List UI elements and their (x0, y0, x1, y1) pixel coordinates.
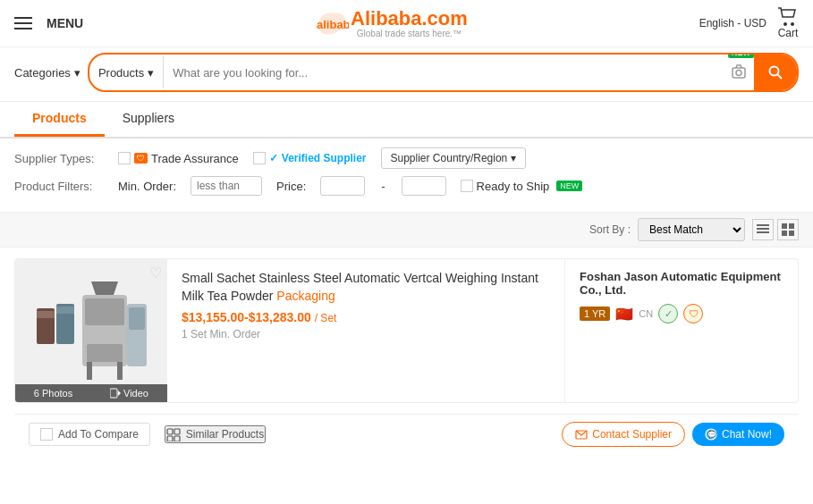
tab-suppliers[interactable]: Suppliers (105, 102, 192, 137)
grid-view-icon[interactable] (777, 219, 799, 240)
trade-assurance-label: Trade Assurance (151, 152, 239, 165)
header: MENU alibaba Alibaba.com Global trade st… (0, 0, 813, 47)
video-button[interactable]: Video (91, 384, 167, 402)
years-badge: 1 YR (580, 307, 610, 321)
similar-products-button[interactable]: Similar Products (165, 425, 266, 443)
svg-rect-9 (757, 231, 769, 233)
svg-rect-7 (757, 224, 769, 226)
compare-checkbox[interactable] (40, 428, 53, 441)
product-price: $13,155.00-$13,283.00 / Set (182, 310, 550, 324)
search-button[interactable] (754, 55, 797, 90)
email-icon (575, 429, 588, 440)
header-right: English - USD Cart (699, 7, 799, 39)
trade-assurance-badge: 🛡 (134, 153, 148, 164)
chat-icon: 💬 (705, 428, 717, 441)
cn-label: CN (639, 308, 653, 319)
cart-button[interactable]: Cart (777, 7, 799, 39)
video-icon (110, 388, 121, 399)
language-currency-button[interactable]: English - USD (699, 17, 766, 29)
supplier-types-label: Supplier Types: (14, 152, 104, 165)
svg-rect-8 (757, 228, 769, 230)
cn-flag-icon: 🇨🇳 (615, 306, 633, 323)
search-type-chevron-icon: ▾ (148, 66, 154, 80)
verified-supplier-filter[interactable]: ✓ Verified Supplier (253, 152, 367, 164)
trade-assurance-checkbox[interactable] (118, 152, 131, 164)
min-order-input[interactable] (191, 176, 262, 196)
list-view-icon[interactable] (752, 219, 774, 240)
verified-badge-icon: ✓ (658, 304, 678, 323)
product-card: ♡ 6 Photos Video Small Sachet Stainless … (14, 258, 799, 403)
product-title[interactable]: Small Sachet Stainless Steel Automatic V… (182, 270, 550, 305)
sort-by-label: Sort By : (589, 223, 631, 236)
product-image-wrap: ♡ 6 Photos Video (15, 259, 167, 402)
product-list: ♡ 6 Photos Video Small Sachet Stainless … (0, 248, 813, 465)
svg-text:💬: 💬 (707, 430, 716, 439)
trade-assurance-badge-icon: 🛡 (683, 304, 703, 323)
alibaba-logo-icon: alibaba (315, 9, 349, 38)
supplier-badges: 1 YR 🇨🇳 CN ✓ 🛡 (580, 304, 783, 323)
ready-to-ship-checkbox[interactable] (461, 180, 473, 192)
svg-line-6 (778, 75, 783, 80)
price-max-input[interactable] (402, 176, 446, 196)
menu-button[interactable]: MENU (14, 16, 83, 30)
price-min-input[interactable] (320, 176, 365, 196)
photos-button[interactable]: 6 Photos (15, 384, 91, 402)
svg-point-2 (791, 22, 794, 26)
svg-rect-21 (87, 344, 123, 362)
product-title-highlight: Packaging (276, 289, 335, 303)
categories-button[interactable]: Categories ▾ (14, 66, 80, 80)
tabs-row: Products Suppliers (0, 102, 813, 139)
svg-rect-3 (733, 68, 745, 78)
photo-video-bar: 6 Photos Video (15, 384, 167, 402)
country-region-dropdown[interactable]: Supplier Country/Region ▾ (381, 147, 527, 169)
country-chevron-icon: ▾ (511, 152, 516, 164)
svg-rect-10 (782, 223, 787, 229)
svg-rect-17 (56, 307, 74, 314)
svg-point-4 (736, 70, 741, 75)
country-region-label: Supplier Country/Region (391, 152, 508, 164)
search-bar-row: Categories ▾ NEW Products ▾ (0, 47, 813, 102)
price-dash: - (379, 180, 386, 193)
supplier-name[interactable]: Foshan Jason Automatic Equipment Co., Lt… (580, 270, 783, 297)
sort-select[interactable]: Best Match Latest Most Orders Best Revie… (638, 218, 745, 241)
hamburger-icon (14, 17, 32, 29)
tab-products[interactable]: Products (14, 102, 105, 137)
camera-icon[interactable] (724, 64, 754, 81)
ready-badge: NEW (556, 181, 582, 191)
supplier-types-row: Supplier Types: 🛡 Trade Assurance ✓ Veri… (14, 147, 799, 169)
search-input[interactable] (164, 56, 724, 88)
svg-point-5 (770, 67, 779, 76)
svg-rect-26 (110, 389, 117, 398)
search-type-dropdown[interactable]: Products ▾ (89, 56, 164, 88)
categories-chevron-icon: ▾ (74, 66, 80, 80)
svg-rect-25 (129, 307, 145, 330)
svg-rect-11 (789, 223, 794, 229)
chat-now-button[interactable]: 💬 Chat Now! (692, 423, 784, 446)
verified-supplier-checkbox[interactable] (253, 152, 266, 164)
svg-rect-12 (782, 231, 787, 236)
menu-label: MENU (47, 16, 83, 30)
view-icons (752, 219, 799, 240)
svg-point-1 (783, 22, 787, 26)
product-image[interactable] (15, 259, 167, 402)
svg-rect-23 (117, 362, 123, 380)
svg-rect-30 (167, 436, 173, 441)
logo-area: alibaba Alibaba.com Global trade starts … (83, 9, 699, 38)
search-icon (767, 64, 783, 80)
logo-sub: Global trade starts here.™ (351, 29, 468, 38)
svg-rect-29 (174, 429, 180, 434)
similar-icon (166, 427, 181, 441)
product-filters-label: Product Filters: (14, 180, 104, 193)
wishlist-icon[interactable]: ♡ (149, 265, 162, 281)
ready-to-ship-filter[interactable]: Ready to Ship NEW (461, 180, 583, 193)
trade-assurance-filter[interactable]: 🛡 Trade Assurance (118, 152, 239, 165)
add-to-compare-button[interactable]: Add To Compare (29, 423, 150, 446)
svg-marker-27 (118, 391, 121, 396)
product-moq: 1 Set Min. Order (182, 328, 550, 340)
svg-rect-19 (85, 298, 124, 325)
svg-rect-22 (87, 362, 92, 380)
contact-supplier-button[interactable]: Contact Supplier (562, 422, 685, 447)
product-filters-row: Product Filters: Min. Order: Price: - Re… (14, 176, 799, 196)
svg-text:alibaba: alibaba (317, 18, 349, 31)
svg-rect-15 (37, 311, 55, 318)
